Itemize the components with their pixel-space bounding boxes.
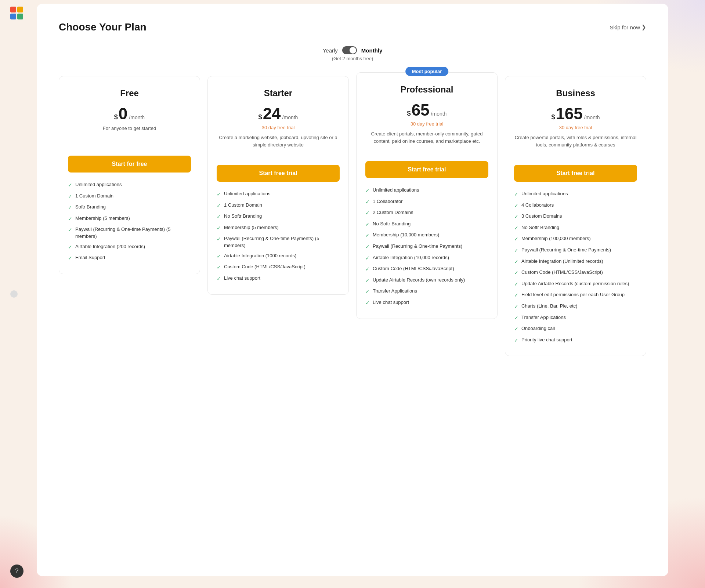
skip-link[interactable]: Skip for now ❯ — [610, 24, 646, 30]
feature-item: ✓ 1 Custom Domain — [217, 202, 340, 210]
plan-description-free: For anyone to get started — [68, 125, 191, 147]
feature-text: Unlimited applications — [521, 190, 568, 197]
feature-item: ✓ Field level edit permissions per each … — [514, 291, 637, 299]
feature-text: Custom Code (HTML/CSS/JavaScript) — [373, 265, 454, 272]
feature-item: ✓ Transfer Applications — [365, 288, 488, 295]
feature-item: ✓ Paywall (Recurring & One-time Payments… — [514, 247, 637, 254]
price-amount: 0 — [119, 106, 127, 122]
feature-item: ✓ Membership (5 members) — [68, 215, 191, 223]
feature-item: ✓ Custom Code (HTML/CSS/JavaScript) — [365, 265, 488, 273]
feature-text: Membership (5 members) — [75, 215, 130, 222]
feature-item: ✓ Transfer Applications — [514, 314, 637, 322]
app-logo — [10, 7, 23, 19]
feature-text: Unlimited applications — [75, 181, 122, 188]
feature-text: Priority live chat support — [521, 337, 572, 343]
plan-card-professional: Most popular Professional $ 65 /month 30… — [356, 72, 498, 319]
check-icon: ✓ — [514, 202, 518, 210]
check-icon: ✓ — [514, 269, 518, 277]
price-dollar: $ — [114, 113, 118, 121]
help-button[interactable]: ? — [10, 565, 24, 578]
toggle-sub-text: (Get 2 months free) — [332, 56, 373, 61]
check-icon: ✓ — [365, 277, 370, 284]
plan-price-row-business: $ 165 /month — [514, 106, 637, 122]
price-amount: 24 — [263, 106, 281, 122]
plan-card-free: Free $ 0 /month For anyone to get starte… — [59, 76, 200, 274]
feature-item: ✓ Membership (10,000 members) — [365, 232, 488, 239]
price-dollar: $ — [407, 110, 411, 117]
check-icon: ✓ — [217, 213, 221, 221]
cta-button-business[interactable]: Start free trial — [514, 165, 637, 182]
feature-item: ✓ Unlimited applications — [217, 190, 340, 198]
scroll-indicator — [10, 290, 18, 298]
check-icon: ✓ — [365, 232, 370, 239]
feature-text: Live chat support — [373, 299, 409, 306]
check-icon: ✓ — [514, 315, 518, 322]
features-list-professional: ✓ Unlimited applications ✓ 1 Collaborato… — [365, 187, 488, 307]
check-icon: ✓ — [514, 303, 518, 311]
check-icon: ✓ — [514, 191, 518, 198]
price-period: /month — [431, 111, 447, 117]
cta-button-free[interactable]: Start for free — [68, 156, 191, 173]
feature-text: Custom Code (HTML/CSS/JavaScript) — [521, 269, 603, 276]
feature-item: ✓ No Softr Branding — [365, 221, 488, 228]
billing-toggle-switch[interactable] — [342, 46, 357, 54]
check-icon: ✓ — [217, 264, 221, 271]
check-icon: ✓ — [365, 300, 370, 307]
trial-text-professional: 30 day free trial — [365, 121, 488, 127]
billing-toggle-row: Yearly Monthly (Get 2 months free) — [59, 46, 646, 61]
feature-text: Airtable Integration (200 records) — [75, 243, 145, 250]
help-icon: ? — [15, 568, 19, 574]
feature-text: Airtable Integration (Unlimited records) — [521, 258, 603, 265]
trial-text-starter: 30 day free trial — [217, 125, 340, 130]
feature-item: ✓ Priority live chat support — [514, 337, 637, 344]
feature-item: ✓ Charts (Line, Bar, Pie, etc) — [514, 303, 637, 311]
logo-square-red — [10, 7, 16, 12]
plan-description-business: Create powerful portals, with roles & pe… — [514, 134, 637, 156]
check-icon: ✓ — [514, 337, 518, 344]
check-icon: ✓ — [514, 247, 518, 254]
feature-text: 4 Collaborators — [521, 202, 554, 208]
logo-square-blue — [10, 14, 16, 19]
feature-text: No Softr Branding — [373, 221, 411, 227]
toggle-controls: Yearly Monthly — [323, 46, 383, 54]
most-popular-badge: Most popular — [405, 67, 449, 76]
check-icon: ✓ — [514, 326, 518, 333]
cta-button-starter[interactable]: Start free trial — [217, 165, 340, 182]
check-icon: ✓ — [217, 191, 221, 198]
plan-price-row-free: $ 0 /month — [68, 106, 191, 122]
feature-item: ✓ No Softr Branding — [217, 213, 340, 221]
plan-name-starter: Starter — [217, 88, 340, 98]
cta-button-professional[interactable]: Start free trial — [365, 161, 488, 178]
check-icon: ✓ — [68, 255, 72, 262]
feature-item: ✓ Softr Branding — [68, 204, 191, 211]
check-icon: ✓ — [514, 225, 518, 232]
check-icon: ✓ — [68, 204, 72, 211]
feature-item: ✓ Custom Code (HTML/CSS/JavaScript) — [514, 269, 637, 277]
price-period: /month — [282, 115, 298, 120]
skip-chevron: ❯ — [641, 24, 646, 30]
plan-card-business: Business $ 165 /month 30 day free trial … — [505, 76, 646, 356]
feature-item: ✓ Airtable Integration (10,000 records) — [365, 254, 488, 262]
plan-price-row-starter: $ 24 /month — [217, 106, 340, 122]
feature-text: 3 Custom Domains — [521, 213, 562, 219]
main-container: Choose Your Plan Skip for now ❯ Yearly M… — [37, 4, 668, 576]
check-icon: ✓ — [68, 244, 72, 251]
check-icon: ✓ — [217, 253, 221, 260]
feature-item: ✓ Airtable Integration (200 records) — [68, 243, 191, 251]
check-icon: ✓ — [365, 221, 370, 228]
feature-text: Paywall (Recurring & One-time Payments) — [373, 243, 462, 250]
feature-text: 1 Custom Domain — [75, 193, 113, 199]
plan-name-free: Free — [68, 88, 191, 98]
plan-card-starter: Starter $ 24 /month 30 day free trial Cr… — [207, 76, 349, 295]
plans-grid: Free $ 0 /month For anyone to get starte… — [59, 76, 646, 356]
check-icon: ✓ — [68, 182, 72, 189]
feature-item: ✓ No Softr Branding — [514, 224, 637, 232]
plan-description-professional: Create client portals, member-only commu… — [365, 130, 488, 152]
check-icon: ✓ — [365, 243, 370, 251]
features-list-free: ✓ Unlimited applications ✓ 1 Custom Doma… — [68, 181, 191, 262]
price-dollar: $ — [258, 113, 262, 121]
feature-text: 2 Custom Domains — [373, 209, 413, 216]
check-icon: ✓ — [68, 226, 72, 234]
feature-text: Membership (100,000 members) — [521, 235, 591, 242]
features-list-business: ✓ Unlimited applications ✓ 4 Collaborato… — [514, 190, 637, 344]
